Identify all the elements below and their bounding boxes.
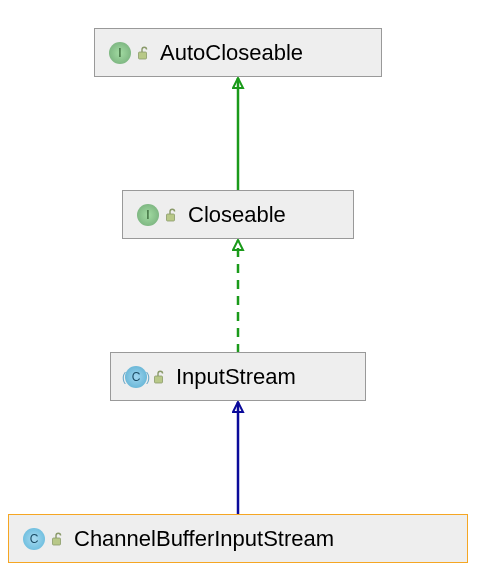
node-label: ChannelBufferInputStream xyxy=(74,526,334,552)
node-label: InputStream xyxy=(176,364,296,390)
interface-badge-icon: I xyxy=(109,42,131,64)
svg-rect-2 xyxy=(155,376,163,383)
node-autocloseable: I AutoCloseable xyxy=(94,28,382,77)
lock-open-icon xyxy=(165,208,178,222)
svg-rect-1 xyxy=(167,214,175,221)
interface-badge-icon: I xyxy=(137,204,159,226)
lock-open-icon xyxy=(51,532,64,546)
class-hierarchy-diagram: I AutoCloseable I Closeable ( C ) InputS… xyxy=(0,0,502,564)
node-label: Closeable xyxy=(188,202,286,228)
node-channelbufferinputstream: C ChannelBufferInputStream xyxy=(8,514,468,563)
svg-rect-0 xyxy=(139,52,147,59)
node-inputstream: ( C ) InputStream xyxy=(110,352,366,401)
node-closeable: I Closeable xyxy=(122,190,354,239)
class-badge-icon: C xyxy=(23,528,45,550)
svg-rect-3 xyxy=(53,538,61,545)
lock-open-icon xyxy=(137,46,150,60)
node-label: AutoCloseable xyxy=(160,40,303,66)
abstract-class-badge-icon: ( C ) xyxy=(125,366,147,388)
arrows-layer xyxy=(0,0,502,564)
lock-open-icon xyxy=(153,370,166,384)
